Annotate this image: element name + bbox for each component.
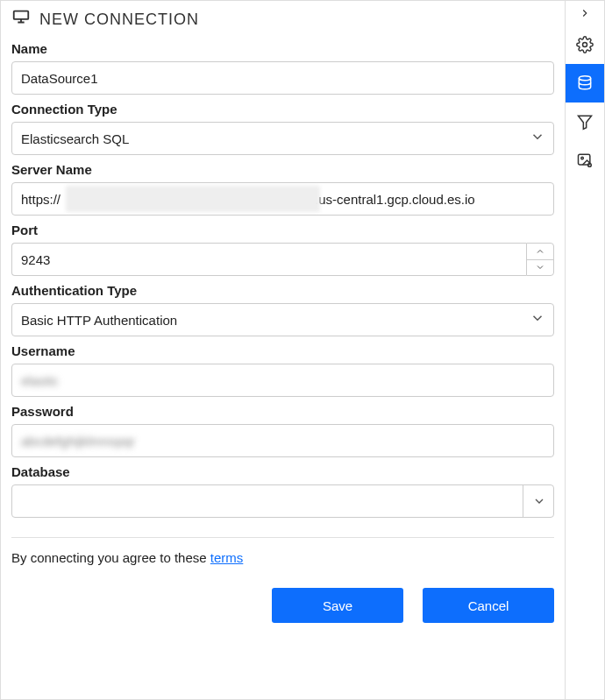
connection-form: Name Connection Type Elasticsearch SQL S… <box>1 34 565 588</box>
password-field-group: Password abcdefghijklmnopqr <box>11 404 554 457</box>
server-suffix: .us-central1.gcp.cloud.es.io <box>315 192 475 207</box>
svg-marker-3 <box>579 116 592 129</box>
auth-type-select[interactable]: Basic HTTP Authentication <box>11 303 554 336</box>
redacted-text: elastic <box>21 373 59 388</box>
username-label: Username <box>11 343 554 358</box>
server-prefix: https:// <box>21 192 60 207</box>
auth-type-field-group: Authentication Type Basic HTTP Authentic… <box>11 283 554 336</box>
redacted-text: abcdefghijklmnopqr <box>21 434 135 449</box>
name-field-group: Name <box>11 41 554 95</box>
name-label: Name <box>11 41 554 56</box>
database-label: Database <box>11 464 554 479</box>
save-button[interactable]: Save <box>272 588 403 623</box>
svg-point-1 <box>583 43 587 47</box>
name-input[interactable] <box>11 61 554 95</box>
svg-point-2 <box>579 76 590 81</box>
port-label: Port <box>11 223 554 237</box>
terms-row: By connecting you agree to these terms <box>11 550 554 577</box>
port-step-down-button[interactable] <box>527 260 553 276</box>
auth-type-label: Authentication Type <box>11 283 554 298</box>
server-name-field-group: Server Name https:// .us-central1.gcp.cl… <box>11 162 554 216</box>
svg-point-5 <box>581 157 584 159</box>
username-field-group: Username elastic <box>11 343 554 397</box>
collapse-button[interactable] <box>566 1 604 25</box>
database-field-group: Database <box>11 464 554 518</box>
connection-type-select[interactable]: Elasticsearch SQL <box>11 122 554 155</box>
password-label: Password <box>11 404 554 419</box>
main-panel: NEW CONNECTION Name Connection Type Elas… <box>1 1 566 699</box>
rail-datasource-button[interactable] <box>566 64 604 103</box>
connection-type-value: Elasticsearch SQL <box>21 131 129 146</box>
connection-icon <box>11 8 31 31</box>
panel-header: NEW CONNECTION <box>1 1 565 34</box>
auth-type-value: Basic HTTP Authentication <box>21 313 177 328</box>
rail-filter-button[interactable] <box>566 103 604 141</box>
cancel-button[interactable]: Cancel <box>423 588 554 623</box>
port-step-up-button[interactable] <box>527 244 553 260</box>
rail-settings-button[interactable] <box>566 25 604 64</box>
connection-type-label: Connection Type <box>11 102 554 117</box>
port-field-group: Port <box>11 223 554 276</box>
divider <box>11 537 554 538</box>
terms-prefix: By connecting you agree to these <box>11 550 210 565</box>
database-select[interactable] <box>11 484 554 518</box>
svg-rect-0 <box>14 11 29 19</box>
panel-title: NEW CONNECTION <box>39 11 199 29</box>
password-input[interactable]: abcdefghijklmnopqr <box>11 424 554 457</box>
redacted-region <box>66 186 320 212</box>
username-input[interactable]: elastic <box>11 364 554 397</box>
port-spinner <box>526 243 554 276</box>
footer-actions: Save Cancel <box>1 588 565 633</box>
rail-image-settings-button[interactable] <box>566 141 604 180</box>
connection-type-field-group: Connection Type Elasticsearch SQL <box>11 102 554 155</box>
side-rail <box>566 1 604 699</box>
server-name-label: Server Name <box>11 162 554 177</box>
port-input[interactable] <box>11 243 526 276</box>
terms-link[interactable]: terms <box>210 550 244 565</box>
